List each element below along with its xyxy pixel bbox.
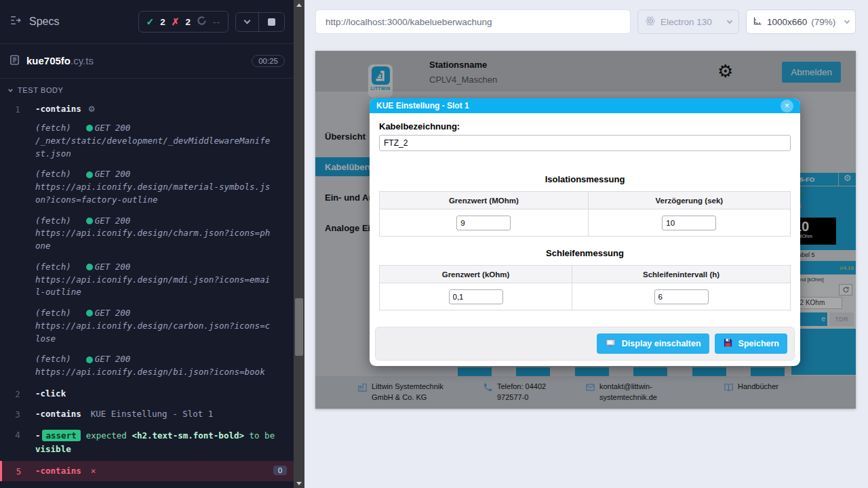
test-stats: ✓ 2 ✗ 2 --: [138, 11, 229, 33]
value-input[interactable]: [456, 216, 511, 230]
scrollbar-thumb[interactable]: [295, 298, 303, 356]
settings-table: Grenzwert (MOhm)Verzögerung (sek): [379, 191, 791, 237]
ruler-icon: [753, 16, 763, 28]
chevron-down-icon: [8, 87, 13, 92]
spec-file-icon: [9, 54, 20, 68]
scroll-down-arrow[interactable]: [294, 479, 304, 488]
chevron-down-icon: [844, 18, 850, 24]
specs-title: Specs: [29, 16, 59, 28]
reporter-scrollbar[interactable]: [294, 0, 304, 488]
value-input[interactable]: [449, 289, 503, 304]
spec-file-row[interactable]: kue705fo.cy.ts 00:25: [0, 44, 294, 78]
spec-extension: .cy.ts: [71, 55, 94, 66]
command-row[interactable]: 5-contains×0: [0, 461, 294, 481]
failed-count: 2: [185, 17, 191, 27]
command-row[interactable]: 2-click: [0, 384, 294, 404]
stop-button[interactable]: [258, 13, 284, 31]
column-header: Grenzwert (MOhm): [380, 192, 589, 209]
section-heading: Schleifenmessung: [379, 248, 791, 258]
command-row[interactable]: 3-containsKUE Einstellung - Slot 1: [0, 404, 294, 424]
scrollbar-track[interactable]: [294, 9, 304, 479]
assert-badge: assert: [42, 430, 81, 441]
test-body-header[interactable]: TEST BODY: [0, 79, 294, 99]
status-dot-icon: [86, 310, 93, 317]
url-text: http://localhost:3000/kabelueberwachung: [326, 17, 492, 27]
pending-refresh-icon: [197, 16, 207, 28]
network-log: (fetch)GET 200https://api.iconify.design…: [35, 353, 287, 379]
cable-name-input[interactable]: [379, 135, 791, 151]
modal-footer: Display einschaltenSpeichern: [375, 327, 795, 361]
save-icon: [723, 338, 733, 350]
browser-select[interactable]: Electron 130: [637, 9, 739, 34]
kue-settings-modal: KUE Einstellung - Slot 1 × Kabelbezeichn…: [370, 98, 800, 366]
network-log: (fetch)GET 200https://api.iconify.design…: [35, 261, 287, 299]
settings-table: Grenzwert (kOhm)Schleifenintervall (h): [379, 265, 791, 310]
value-input[interactable]: [662, 216, 716, 230]
spec-timer: 00:25: [252, 55, 285, 67]
run-controls: [235, 12, 285, 32]
modal-title: KUE Einstellung - Slot 1: [376, 101, 469, 110]
cable-name-label: Kabelbezeichnung:: [379, 121, 791, 131]
passed-check-icon: ✓: [146, 16, 155, 27]
chevron-down-icon: [727, 18, 732, 24]
spec-name: kue705fo: [26, 55, 71, 66]
retry-count-badge: 0: [273, 466, 287, 475]
modal-body: Kabelbezeichnung: IsolationsmessungGrenz…: [370, 113, 800, 319]
modal-titlebar: KUE Einstellung - Slot 1 ×: [370, 98, 800, 113]
command-log: 1-contains⚙(fetch)GET 200/_next/static/d…: [0, 99, 294, 481]
status-dot-icon: [86, 218, 93, 224]
status-dot-icon: [86, 357, 93, 363]
browser-bar: http://localhost:3000/kabelueberwachung …: [315, 9, 856, 34]
reporter-header: Specs ✓ 2 ✗ 2 --: [0, 0, 294, 43]
browser-name: Electron 130: [660, 17, 712, 27]
display-icon: [605, 338, 616, 350]
close-icon[interactable]: ×: [781, 100, 793, 113]
viewport-zoom: (79%): [811, 17, 835, 27]
specs-menu-icon[interactable]: [9, 14, 22, 29]
chevron-down-icon: [244, 18, 251, 24]
value-input[interactable]: [654, 289, 709, 304]
column-header: Verzögerung (sek): [588, 192, 790, 209]
viewport-size: 1000x660: [767, 17, 807, 27]
gear-icon: ⚙: [88, 104, 96, 114]
test-body-label: TEST BODY: [18, 86, 64, 94]
status-dot-icon: [86, 264, 93, 270]
collapse-button[interactable]: [236, 13, 258, 31]
status-dot-icon: [86, 125, 93, 131]
stage: http://localhost:3000/kabelueberwachung …: [304, 0, 868, 488]
column-header: Schleifenintervall (h): [572, 266, 791, 283]
url-input[interactable]: http://localhost:3000/kabelueberwachung: [315, 9, 631, 34]
section-heading: Isolationsmessung: [379, 174, 791, 184]
save-button[interactable]: Speichern: [715, 333, 787, 354]
stop-icon: [268, 18, 275, 26]
app-viewport: LITTWIN Stationsname CPLV4_Maschen ⚙ Abm…: [315, 51, 856, 409]
network-log: (fetch)GET 200https://api.iconify.design…: [35, 215, 287, 253]
command-row[interactable]: 1-contains⚙(fetch)GET 200/_next/static/d…: [0, 99, 294, 384]
passed-count: 2: [160, 17, 165, 27]
network-log: (fetch)GET 200https://api.iconify.design…: [35, 307, 287, 345]
cypress-reporter: Specs ✓ 2 ✗ 2 -- kue705fo.cy.ts 00:25: [0, 0, 294, 488]
display-on-button[interactable]: Display einschalten: [597, 333, 709, 354]
network-log: (fetch)GET 200https://api.iconify.design…: [35, 168, 287, 206]
pending-count: --: [213, 17, 220, 27]
electron-icon: [645, 16, 656, 28]
scroll-up-arrow[interactable]: [294, 0, 304, 9]
command-row[interactable]: 4-assertexpected <h2.text-sm.font-bold> …: [0, 424, 294, 461]
status-dot-icon: [86, 171, 93, 178]
network-log: (fetch)GET 200/_next/static/development/…: [35, 122, 287, 160]
viewport-size-select[interactable]: 1000x660 (79%): [746, 9, 856, 34]
failed-x-icon: ✗: [172, 16, 180, 27]
column-header: Grenzwert (kOhm): [380, 266, 572, 283]
